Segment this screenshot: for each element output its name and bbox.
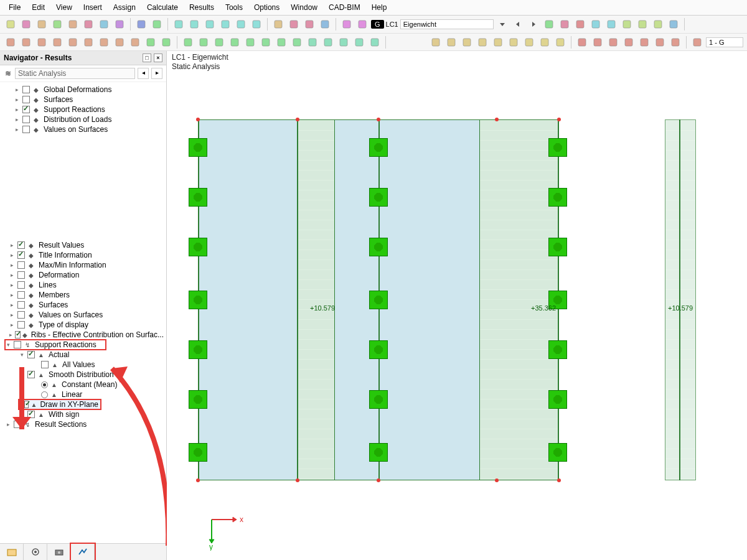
- checkbox[interactable]: [22, 86, 30, 93]
- t9-icon[interactable]: [553, 35, 567, 49]
- t12-icon[interactable]: [606, 35, 620, 49]
- checkbox-actual[interactable]: [27, 351, 35, 358]
- open-yellow-icon[interactable]: [66, 17, 80, 31]
- s11-icon[interactable]: [159, 35, 173, 49]
- tree-item[interactable]: ▸◆Ribs - Effective Contribution on Surfa…: [5, 330, 166, 340]
- s23-icon[interactable]: [352, 35, 366, 49]
- chevron-right-icon[interactable]: ▸: [9, 262, 16, 268]
- cube-teal-icon[interactable]: [50, 17, 64, 31]
- chevron-right-icon[interactable]: ▸: [14, 86, 21, 93]
- model-view[interactable]: LC1 - Eigenwicht Static Analysis +10.579…: [167, 51, 747, 560]
- tree-smooth[interactable]: ▾ ▲ Smooth Distribution: [19, 370, 166, 380]
- legend-icon[interactable]: [667, 17, 680, 31]
- s24-icon[interactable]: [368, 35, 382, 49]
- s22-icon[interactable]: [337, 35, 350, 49]
- t2-icon[interactable]: [444, 35, 458, 49]
- s14-icon[interactable]: [212, 35, 226, 49]
- s2-icon[interactable]: [19, 35, 33, 49]
- checkbox-smooth[interactable]: [27, 371, 35, 378]
- s9-icon[interactable]: [128, 35, 142, 49]
- menu-file[interactable]: File: [4, 2, 26, 13]
- chevron-right-icon[interactable]: ▸: [9, 242, 16, 248]
- radio-linear[interactable]: [41, 391, 48, 398]
- chevron-right-icon[interactable]: ▸: [9, 282, 16, 288]
- chevron-right-icon[interactable]: ▸: [9, 302, 16, 308]
- footer-tab-results[interactable]: [71, 544, 95, 560]
- chevron-right-icon[interactable]: ▸: [14, 116, 21, 123]
- tree-linear[interactable]: ▲ Linear: [32, 390, 166, 399]
- checkbox[interactable]: [17, 241, 25, 249]
- s10-icon[interactable]: [144, 35, 157, 49]
- lc-combo[interactable]: Eigenwicht: [400, 19, 494, 29]
- s13-icon[interactable]: [197, 35, 210, 49]
- checkbox[interactable]: [17, 261, 25, 269]
- doc-icon[interactable]: [113, 17, 126, 31]
- checkbox[interactable]: [17, 321, 25, 329]
- tree-actual[interactable]: ▾ ▲ Actual: [19, 350, 166, 360]
- chevron-right-icon[interactable]: ▸: [14, 126, 21, 133]
- checkbox[interactable]: [17, 271, 25, 279]
- menu-help[interactable]: Help: [367, 2, 392, 13]
- node-a-icon[interactable]: [620, 17, 634, 31]
- s15-icon[interactable]: [228, 35, 242, 49]
- checkbox[interactable]: [17, 301, 25, 309]
- undock-icon[interactable]: □: [143, 54, 151, 62]
- s12-icon[interactable]: [181, 35, 195, 49]
- t3-icon[interactable]: [460, 35, 474, 49]
- menu-assign[interactable]: Assign: [108, 2, 141, 13]
- tree-result-sections[interactable]: ▸ ↯ Result Sections: [5, 419, 166, 429]
- tree-draw-xy-plane[interactable]: ▲ Draw in XY-Plane: [19, 399, 101, 409]
- analysis-next[interactable]: ▸: [151, 68, 162, 79]
- s17-icon[interactable]: [259, 35, 273, 49]
- chevron-right-icon[interactable]: ▸: [9, 292, 16, 298]
- redpin-icon[interactable]: [542, 17, 556, 31]
- s21-icon[interactable]: [321, 35, 335, 49]
- s3-icon[interactable]: [35, 35, 49, 49]
- tree-item[interactable]: ▸◆Lines: [5, 280, 166, 290]
- t14-icon[interactable]: [637, 35, 651, 49]
- lc-next-icon[interactable]: [527, 17, 540, 31]
- grid2-icon[interactable]: [187, 17, 201, 31]
- checkbox[interactable]: [15, 331, 21, 338]
- axis-b-icon[interactable]: [604, 17, 618, 31]
- chevron-right-icon[interactable]: ▸: [9, 332, 13, 338]
- menu-view[interactable]: View: [51, 2, 77, 13]
- tree-item[interactable]: ▸◆Surfaces: [5, 300, 166, 310]
- footer-tab-model[interactable]: [0, 544, 24, 560]
- tree-item[interactable]: ▸◆Surfaces: [5, 95, 166, 105]
- t8-icon[interactable]: [538, 35, 552, 49]
- close-icon[interactable]: ×: [154, 54, 162, 62]
- menu-tools[interactable]: Tools: [220, 2, 248, 13]
- chevron-right-icon[interactable]: ▸: [5, 421, 12, 427]
- tree-item[interactable]: ▸◆Members: [5, 290, 166, 300]
- checkbox[interactable]: [22, 106, 30, 113]
- save-icon[interactable]: [82, 17, 95, 31]
- footer-tab-views[interactable]: [47, 544, 71, 560]
- chevron-right-icon[interactable]: ▸: [9, 272, 16, 278]
- t11-icon[interactable]: [591, 35, 604, 49]
- grid5-icon[interactable]: [234, 17, 248, 31]
- chevron-right-icon[interactable]: ▸: [9, 252, 16, 258]
- lc-dropdown-icon[interactable]: [496, 17, 509, 31]
- tree-item[interactable]: ▸◆Max/Min Information: [5, 260, 166, 270]
- grid4-icon[interactable]: [218, 17, 232, 31]
- tree-item[interactable]: ▸◆Distribution of Loads: [5, 114, 166, 124]
- tree-item[interactable]: ▸◆Deformation: [5, 270, 166, 280]
- analysis-combo[interactable]: Static Analysis: [15, 68, 135, 79]
- s4-icon[interactable]: [50, 35, 64, 49]
- t15-icon[interactable]: [653, 35, 667, 49]
- menu-window[interactable]: Window: [286, 2, 322, 13]
- checkbox[interactable]: [17, 291, 25, 299]
- s16-icon[interactable]: [243, 35, 257, 49]
- checkbox[interactable]: [22, 96, 30, 103]
- s8-icon[interactable]: [113, 35, 126, 49]
- menu-results[interactable]: Results: [184, 2, 219, 13]
- grid1-icon[interactable]: [172, 17, 186, 31]
- tab2-icon[interactable]: [355, 17, 369, 31]
- chevron-right-icon[interactable]: ▸: [9, 322, 16, 328]
- s19-icon[interactable]: [290, 35, 304, 49]
- tree-item[interactable]: ▸◆Title Information: [5, 250, 166, 260]
- checkbox[interactable]: [17, 251, 25, 259]
- checkbox[interactable]: [17, 281, 25, 289]
- checkbox-draw-xy[interactable]: [24, 401, 29, 408]
